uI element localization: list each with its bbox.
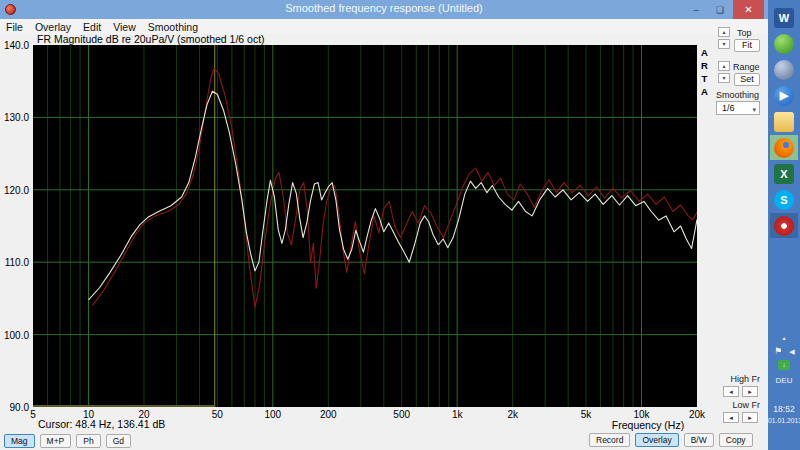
range-spin-down-button[interactable]: ▾ bbox=[718, 73, 730, 83]
window-title: Smoothed frequency response (Untitled) bbox=[0, 2, 768, 14]
y-tick-110: 110.0 bbox=[0, 257, 29, 268]
x-tick-5: 5 bbox=[30, 409, 36, 420]
chart-canvas bbox=[33, 45, 697, 407]
firefox-icon[interactable] bbox=[770, 135, 798, 160]
curve-overlay bbox=[92, 68, 697, 307]
tray-expand-icon[interactable]: ▴ bbox=[768, 334, 800, 341]
menu-item-smoothing[interactable]: Smoothing bbox=[148, 21, 198, 33]
copy-button[interactable]: Copy bbox=[719, 433, 753, 447]
watermark-letter: R bbox=[699, 59, 710, 72]
media-player-icon-glyph: ▶ bbox=[774, 86, 794, 106]
b-w-button[interactable]: B/W bbox=[684, 433, 714, 447]
word-icon[interactable]: W bbox=[770, 5, 798, 30]
audio-app-icon[interactable] bbox=[770, 57, 798, 82]
word-icon-glyph: W bbox=[774, 8, 794, 28]
watermark-letter: A bbox=[699, 46, 710, 59]
low-fr-label: Low Fr bbox=[716, 400, 760, 410]
excel-icon[interactable]: X bbox=[770, 161, 798, 186]
x-tick-2k: 2k bbox=[507, 409, 518, 420]
x-axis-label: Frequency (Hz) bbox=[598, 419, 698, 431]
clock-time[interactable]: 18:52 bbox=[768, 404, 800, 414]
range-spin-up-button[interactable]: ▴ bbox=[718, 61, 730, 71]
close-button[interactable]: ✕ bbox=[733, 0, 764, 19]
action-center-flag-icon[interactable]: ⚑ bbox=[771, 346, 785, 356]
watermark-letter: A bbox=[699, 85, 710, 98]
speaker-icon[interactable]: ◀ bbox=[785, 348, 799, 356]
plot-title: FR Magnitude dB re 20uPa/V (smoothed 1/6… bbox=[37, 33, 265, 45]
smoothing-value: 1/6 bbox=[722, 103, 735, 113]
display-mode-buttons: MagM+PPhGd bbox=[4, 434, 131, 448]
high-fr-left-button[interactable]: ◂ bbox=[723, 386, 739, 397]
firefox-icon-glyph bbox=[774, 138, 794, 158]
explorer-folder-icon[interactable] bbox=[770, 109, 798, 134]
top-spin-down-button[interactable]: ▾ bbox=[718, 39, 730, 49]
menu-item-file[interactable]: File bbox=[6, 21, 23, 33]
top-label: Top bbox=[737, 28, 752, 38]
menu-item-overlay[interactable]: Overlay bbox=[35, 21, 71, 33]
skype-icon[interactable]: S bbox=[770, 187, 798, 212]
mode-ph-button[interactable]: Ph bbox=[76, 434, 100, 448]
y-tick-100: 100.0 bbox=[0, 330, 29, 341]
frequency-response-plot[interactable] bbox=[33, 45, 697, 407]
x-tick-5k: 5k bbox=[581, 409, 592, 420]
range-label: Range bbox=[733, 62, 760, 72]
skype-icon-glyph: S bbox=[774, 190, 794, 210]
high-fr-label: High Fr bbox=[716, 374, 760, 384]
arta-icon-glyph bbox=[774, 216, 794, 236]
set-button[interactable]: Set bbox=[734, 73, 760, 86]
x-tick-100: 100 bbox=[264, 409, 281, 420]
smoothing-label: Smoothing bbox=[716, 90, 759, 100]
x-tick-200: 200 bbox=[320, 409, 337, 420]
record-button[interactable]: Record bbox=[589, 433, 630, 447]
arta-icon[interactable] bbox=[770, 213, 798, 238]
audio-app-icon-glyph bbox=[774, 60, 794, 80]
low-fr-left-button[interactable]: ◂ bbox=[723, 412, 739, 423]
y-tick-120: 120.0 bbox=[0, 185, 29, 196]
minimize-button[interactable]: – bbox=[684, 0, 708, 19]
x-tick-1k: 1k bbox=[452, 409, 463, 420]
cursor-readout: Cursor: 48.4 Hz, 136.41 dB bbox=[38, 418, 165, 430]
curve-current bbox=[89, 91, 698, 299]
language-indicator[interactable]: DEU bbox=[768, 376, 800, 385]
green-orb-icon[interactable] bbox=[770, 31, 798, 56]
clock-date[interactable]: 01.01.2013 bbox=[768, 417, 800, 424]
media-player-icon[interactable]: ▶ bbox=[770, 83, 798, 108]
y-tick-140: 140.0 bbox=[0, 40, 29, 51]
chevron-down-icon: ▾ bbox=[752, 104, 756, 116]
mode-gd-button[interactable]: Gd bbox=[106, 434, 131, 448]
y-tick-130: 130.0 bbox=[0, 112, 29, 123]
titlebar[interactable]: Smoothed frequency response (Untitled) –… bbox=[0, 0, 768, 19]
maximize-button[interactable]: ❏ bbox=[708, 0, 732, 19]
arta-window: Smoothed frequency response (Untitled) –… bbox=[0, 0, 768, 450]
top-spin-up-button[interactable]: ▴ bbox=[718, 27, 730, 37]
explorer-folder-icon-glyph bbox=[774, 112, 794, 132]
action-buttons: RecordOverlayB/WCopy bbox=[589, 433, 753, 447]
arta-watermark: ARTA bbox=[699, 46, 710, 98]
x-tick-500: 500 bbox=[393, 409, 410, 420]
menu-item-edit[interactable]: Edit bbox=[83, 21, 101, 33]
overlay-button[interactable]: Overlay bbox=[635, 433, 678, 447]
windows-taskbar: W▶XS ▴ ⚑ ◀ ↓ DEU 18:52 01.01.2013 bbox=[768, 0, 800, 450]
y-tick-90: 90.0 bbox=[0, 402, 29, 413]
mode-mag-button[interactable]: Mag bbox=[4, 434, 35, 448]
mode-m-p-button[interactable]: M+P bbox=[40, 434, 72, 448]
excel-icon-glyph: X bbox=[774, 164, 794, 184]
x-tick-50: 50 bbox=[212, 409, 223, 420]
menu-item-view[interactable]: View bbox=[113, 21, 136, 33]
menu-bar: FileOverlayEditViewSmoothing bbox=[0, 19, 768, 34]
green-tray-icon[interactable]: ↓ bbox=[778, 360, 790, 370]
high-fr-right-button[interactable]: ▸ bbox=[742, 386, 758, 397]
watermark-letter: T bbox=[699, 72, 710, 85]
fit-button[interactable]: Fit bbox=[734, 39, 760, 52]
green-orb-icon-glyph bbox=[774, 34, 794, 54]
low-fr-right-button[interactable]: ▸ bbox=[742, 412, 758, 423]
smoothing-dropdown[interactable]: 1/6 ▾ bbox=[716, 101, 760, 115]
